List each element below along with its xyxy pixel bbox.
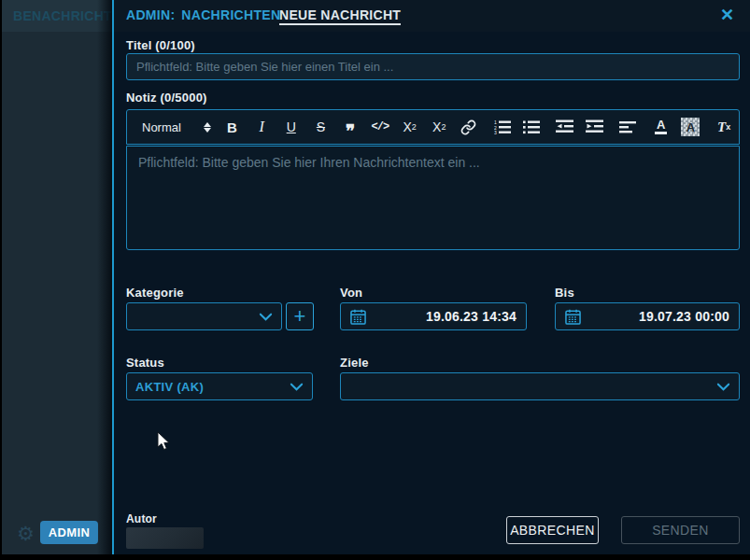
titel-label: Titel (0/100) — [126, 38, 195, 52]
blockquote-button[interactable]: ❞ — [341, 115, 360, 139]
code-button[interactable]: </> — [371, 115, 389, 139]
ziele-select[interactable] — [340, 372, 740, 400]
modal-header: ADMIN:NACHRICHTEN NEUE NACHRICHT ✕ — [114, 0, 750, 32]
italic-button[interactable]: I — [252, 115, 271, 139]
superscript-button[interactable]: X2 — [430, 115, 448, 139]
chevron-down-icon — [290, 382, 304, 392]
von-value: 19.06.23 14:34 — [426, 309, 517, 324]
tab-neue-nachricht[interactable]: NEUE NACHRICHT — [279, 7, 401, 25]
strikethrough-button[interactable]: S — [311, 115, 330, 139]
ziele-label: Ziele — [340, 356, 369, 370]
kategorie-label: Kategorie — [126, 286, 184, 300]
format-sort-icon[interactable] — [204, 122, 211, 133]
format-select[interactable]: Normal — [142, 115, 202, 139]
clear-formatting-button[interactable]: Tx — [715, 115, 733, 139]
ordered-list-icon[interactable]: 123 — [493, 115, 512, 139]
editor-toolbar: Normal B I U S ❞ </> X2 X2 — [126, 109, 740, 145]
sidebar-title: BENACHRICHTIG — [2, 0, 112, 32]
kategorie-select[interactable] — [126, 302, 282, 330]
notiz-label: Notiz (0/5000) — [126, 91, 207, 105]
bold-button[interactable]: B — [222, 115, 241, 139]
modal-shadow — [97, 0, 112, 554]
chevron-down-icon — [716, 382, 730, 392]
add-kategorie-button[interactable]: + — [286, 302, 314, 330]
bis-value: 19.07.23 00:00 — [639, 309, 729, 324]
sidebar: BENACHRICHTIG ⚙ ADMIN — [2, 0, 112, 554]
send-button[interactable]: SENDEN — [621, 516, 740, 544]
link-icon[interactable] — [460, 115, 478, 139]
breadcrumb-section[interactable]: NACHRICHTEN — [181, 7, 280, 22]
chevron-down-icon — [259, 312, 273, 322]
status-select[interactable]: AKTIV (AK) — [126, 372, 313, 400]
text-color-button[interactable]: A — [652, 115, 671, 139]
admin-button[interactable]: ADMIN — [40, 521, 98, 544]
close-icon[interactable]: ✕ — [720, 5, 734, 25]
bis-datepicker[interactable]: 19.07.23 00:00 — [555, 302, 740, 330]
underline-button[interactable]: U — [282, 115, 301, 139]
von-datepicker[interactable]: 19.06.23 14:34 — [340, 302, 527, 330]
notiz-textarea[interactable] — [126, 146, 740, 250]
breadcrumb-prefix: ADMIN: — [126, 7, 175, 22]
status-label: Status — [126, 356, 164, 370]
cancel-button[interactable]: ABBRECHEN — [506, 516, 599, 544]
breadcrumb: ADMIN:NACHRICHTEN — [126, 7, 280, 22]
von-label: Von — [340, 286, 362, 300]
calendar-icon — [565, 309, 581, 325]
gear-icon[interactable]: ⚙ — [17, 522, 35, 546]
bullet-list-icon[interactable] — [522, 115, 541, 139]
status-value: AKTIV (AK) — [135, 380, 204, 394]
indent-icon[interactable] — [586, 115, 604, 139]
subscript-button[interactable]: X2 — [401, 115, 419, 139]
titel-input[interactable] — [126, 53, 740, 80]
bis-label: Bis — [555, 286, 574, 300]
autor-value-redacted — [126, 527, 204, 549]
screen: BENACHRICHTIG ⚙ ADMIN ADMIN:NACHRICHTEN … — [0, 0, 750, 560]
outdent-icon[interactable] — [556, 115, 574, 139]
align-icon[interactable] — [618, 115, 637, 139]
sidebar-footer: ⚙ ADMIN — [2, 521, 112, 549]
new-message-modal: ADMIN:NACHRICHTEN NEUE NACHRICHT ✕ Titel… — [112, 0, 750, 554]
autor-label: Autor — [126, 512, 157, 525]
svg-text:3: 3 — [494, 130, 497, 134]
calendar-icon — [350, 309, 366, 325]
background-color-button[interactable]: A — [681, 118, 700, 136]
